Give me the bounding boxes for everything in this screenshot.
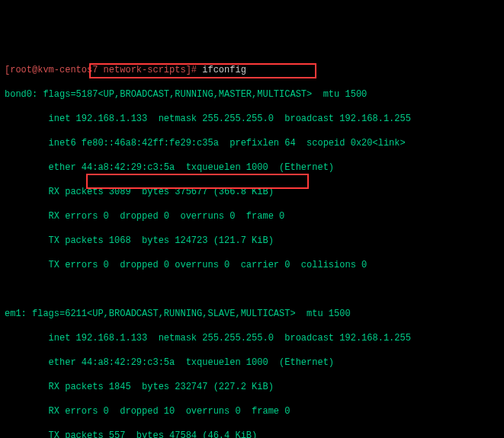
bond0-line: ether 44:a8:42:29:c3:5a txqueuelen 1000 …	[5, 161, 499, 174]
bond0-line: inet6 fe80::46a8:42ff:fe29:c35a prefixle…	[5, 137, 499, 149]
bond0-line: RX packets 3089 bytes 375677 (366.8 KiB)	[5, 186, 499, 198]
bond0-header: bond0: flags=5187<UP,BROADCAST,RUNNING,M…	[5, 88, 499, 101]
em1-line: TX packets 557 bytes 47584 (46.4 KiB)	[5, 430, 499, 438]
bond0-line: TX packets 1068 bytes 124723 (121.7 KiB)	[5, 235, 499, 247]
bond0-line: inet 192.168.1.133 netmask 255.255.255.0…	[5, 113, 499, 125]
prompt-user-host: [root@kvm-centos7 network-scripts]#	[5, 65, 197, 75]
em1-line: ether 44:a8:42:29:c3:5a txqueuelen 1000 …	[5, 356, 499, 369]
em1-line: RX errors 0 dropped 10 overruns 0 frame …	[5, 405, 499, 417]
prompt-line: [root@kvm-centos7 network-scripts]# ifco…	[5, 64, 499, 76]
blank-line	[5, 283, 499, 296]
em1-line: RX packets 1845 bytes 232747 (227.2 KiB)	[5, 381, 499, 393]
em1-header: em1: flags=6211<UP,BROADCAST,RUNNING,SLA…	[5, 308, 499, 320]
terminal[interactable]: [root@kvm-centos7 network-scripts]# ifco…	[5, 52, 499, 438]
prompt-command: ifconfig	[202, 65, 246, 75]
bond0-line: TX errors 0 dropped 0 overruns 0 carrier…	[5, 259, 499, 271]
em1-line: inet 192.168.1.133 netmask 255.255.255.0…	[5, 332, 499, 344]
bond0-line: RX errors 0 dropped 0 overruns 0 frame 0	[5, 210, 499, 222]
